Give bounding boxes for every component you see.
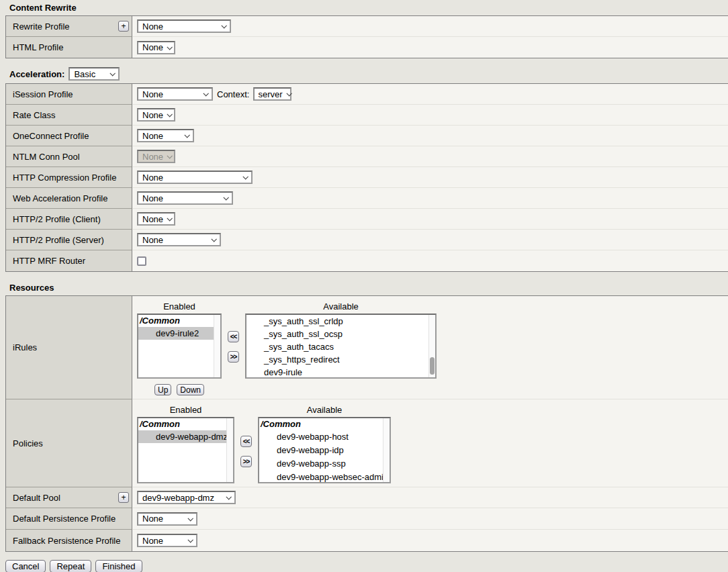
list-item[interactable]: dev9-irule	[246, 366, 435, 379]
row-default-pool: Default Pool + dev9-webapp-dmz	[6, 487, 728, 508]
row-http2-profile-client: HTTP/2 Profile (Client) None	[6, 209, 728, 230]
http2-profile-client-label: HTTP/2 Profile (Client)	[13, 214, 101, 224]
rewrite-profile-label: Rewrite Profile	[13, 21, 70, 32]
default-pool-select[interactable]: dev9-webapp-dmz	[137, 491, 236, 504]
html-profile-select[interactable]: None	[137, 41, 175, 54]
http-mrf-router-checkbox[interactable]	[137, 256, 146, 266]
fallback-persistence-profile-select[interactable]: None	[137, 534, 197, 547]
default-pool-label: Default Pool	[13, 493, 60, 503]
ntlm-conn-pool-label: NTLM Conn Pool	[13, 152, 80, 162]
chevron-down-icon	[110, 70, 116, 76]
row-http-compression-profile: HTTP Compression Profile None	[6, 167, 728, 188]
chevron-down-icon	[187, 516, 193, 521]
isession-context-value: server	[258, 89, 282, 99]
scrollbar[interactable]	[226, 418, 233, 482]
rewrite-profile-value: None	[142, 21, 163, 32]
isession-profile-select[interactable]: None	[137, 87, 213, 101]
list-item[interactable]: _sys_https_redirect	[246, 353, 435, 366]
list-item[interactable]: _sys_auth_ssl_crldp	[246, 315, 435, 328]
http-compression-profile-select[interactable]: None	[137, 171, 253, 184]
scrollbar[interactable]	[428, 315, 435, 377]
acceleration-select[interactable]: Basic	[69, 67, 120, 81]
row-http2-profile-server: HTTP/2 Profile (Server) None	[6, 230, 728, 250]
row-html-profile: HTML Profile None	[6, 37, 728, 58]
irules-up-button[interactable]: Up	[154, 384, 171, 395]
list-item[interactable]: dev9-webapp-ssp	[259, 457, 390, 471]
list-group: /Common	[138, 418, 233, 430]
web-acceleration-profile-select[interactable]: None	[137, 191, 233, 205]
irules-down-button[interactable]: Down	[177, 384, 204, 395]
policies-enabled-header: Enabled	[170, 405, 202, 416]
html-profile-label: HTML Profile	[13, 42, 63, 52]
http2-profile-server-value: None	[142, 235, 163, 245]
scrollbar-thumb[interactable]	[430, 357, 435, 375]
rewrite-profile-select[interactable]: None	[137, 19, 231, 33]
irules-enabled-listbox[interactable]: /Common dev9-irule2	[137, 314, 222, 379]
chevron-down-icon	[223, 195, 228, 200]
isession-profile-value: None	[142, 89, 163, 99]
http2-profile-server-select[interactable]: None	[137, 233, 221, 246]
http2-profile-client-value: None	[142, 214, 163, 224]
policies-move-left-button[interactable]: <<	[240, 436, 252, 447]
chevron-down-icon	[242, 174, 248, 179]
scrollbar[interactable]	[383, 418, 390, 482]
page: Content Rewrite Rewrite Profile + None H…	[0, 3, 728, 572]
irules-enabled-header: Enabled	[163, 301, 195, 312]
finished-button[interactable]: Finished	[95, 560, 142, 572]
section-title-content-rewrite: Content Rewrite	[9, 3, 728, 13]
isession-profile-label: iSession Profile	[13, 89, 73, 99]
list-item[interactable]: dev9-webapp-idp	[259, 444, 390, 457]
list-item[interactable]: dev9-webapp-host	[259, 430, 390, 444]
default-persistence-profile-select[interactable]: None	[137, 512, 197, 526]
add-rewrite-profile-button[interactable]: +	[118, 21, 129, 32]
chevron-down-icon	[167, 44, 173, 50]
fallback-persistence-profile-label: Fallback Persistence Profile	[13, 536, 120, 546]
row-oneconnect-profile: OneConnect Profile None	[6, 126, 728, 146]
oneconnect-profile-value: None	[142, 131, 163, 141]
web-acceleration-profile-label: Web Acceleration Profile	[13, 193, 107, 203]
chevron-down-icon	[187, 537, 193, 542]
isession-context-select[interactable]: server	[253, 87, 291, 101]
policies-available-listbox[interactable]: /Common dev9-webapp-host dev9-webapp-idp…	[258, 417, 391, 483]
chevron-down-icon	[167, 216, 173, 221]
list-item[interactable]: dev9-webapp-websec-admin	[259, 471, 390, 483]
fallback-persistence-profile-value: None	[142, 536, 163, 546]
list-group: /Common	[259, 418, 390, 430]
list-item[interactable]: dev9-irule2	[138, 327, 220, 340]
chevron-down-icon	[221, 23, 226, 28]
chevron-down-icon	[184, 132, 189, 138]
row-rate-class: Rate Class None	[6, 105, 728, 126]
web-acceleration-profile-value: None	[142, 193, 163, 203]
html-profile-value: None	[142, 42, 163, 52]
policies-move-right-button[interactable]: >>	[240, 456, 252, 467]
irules-available-listbox[interactable]: _sys_auth_ssl_crldp _sys_auth_ssl_ocsp _…	[245, 314, 437, 379]
list-item[interactable]: _sys_auth_tacacs	[246, 340, 435, 353]
acceleration-table: iSession Profile None Context: server Ra…	[5, 83, 728, 272]
oneconnect-profile-select[interactable]: None	[137, 129, 194, 142]
policies-label: Policies	[13, 438, 43, 448]
list-item[interactable]: _sys_auth_ssl_ocsp	[246, 328, 435, 340]
policies-enabled-listbox[interactable]: /Common dev9-webapp-dmz	[137, 417, 234, 483]
cancel-button[interactable]: Cancel	[5, 560, 46, 572]
irules-move-left-button[interactable]: <<	[228, 331, 239, 342]
irules-available-header: Available	[323, 301, 359, 312]
http-compression-profile-value: None	[142, 173, 163, 183]
section-title-resources: Resources	[9, 283, 728, 293]
http2-profile-client-select[interactable]: None	[137, 212, 175, 226]
irules-label: iRules	[13, 342, 37, 352]
row-irules: iRules Enabled /Common dev9-irule2 Up Do…	[6, 296, 728, 399]
row-isession-profile: iSession Profile None Context: server	[6, 84, 728, 105]
rate-class-select[interactable]: None	[137, 108, 175, 122]
repeat-button[interactable]: Repeat	[50, 560, 91, 572]
list-group: /Common	[138, 315, 220, 327]
row-default-persistence-profile: Default Persistence Profile None	[6, 508, 728, 530]
row-web-acceleration-profile: Web Acceleration Profile None	[6, 188, 728, 209]
add-default-pool-button[interactable]: +	[118, 492, 129, 503]
irules-move-right-button[interactable]: >>	[228, 351, 239, 363]
list-item[interactable]: dev9-webapp-dmz	[138, 430, 233, 443]
default-persistence-profile-value: None	[142, 514, 163, 524]
scrollbar[interactable]	[214, 315, 220, 377]
row-rewrite-profile: Rewrite Profile + None	[6, 16, 728, 37]
http2-profile-server-label: HTTP/2 Profile (Server)	[13, 235, 104, 245]
footer-buttons: Cancel Repeat Finished	[5, 560, 728, 572]
